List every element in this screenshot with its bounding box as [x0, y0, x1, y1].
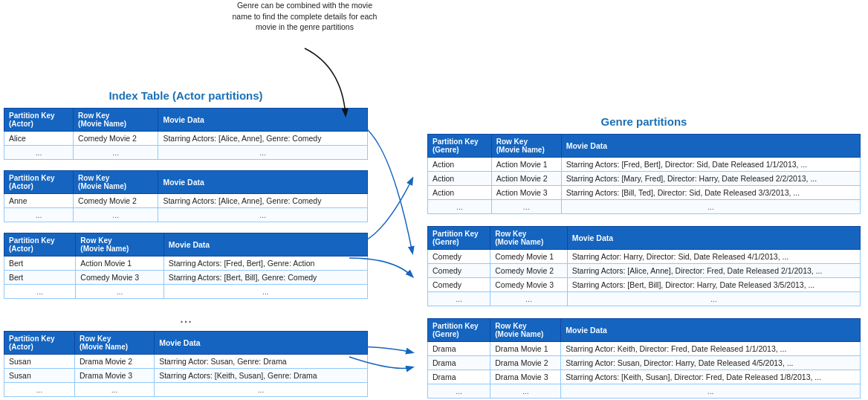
cell: ...: [75, 383, 155, 397]
cell: ...: [428, 384, 490, 399]
th-genre-3: Partition Key(Genre): [428, 319, 490, 342]
table-action: Partition Key(Genre) Row Key(Movie Name)…: [427, 134, 861, 214]
th-movie-1: Row Key(Movie Name): [74, 109, 158, 132]
cell: Drama: [428, 356, 490, 370]
cell: Starring Actor: Susan, Genre: Drama: [155, 355, 368, 369]
table-row: Bert Comedy Movie 3 Starring Actors: [Be…: [4, 271, 368, 285]
th-data-1: Movie Data: [158, 109, 368, 132]
right-section-title: Genre partitions: [427, 115, 861, 128]
cell: ...: [490, 384, 561, 399]
cell: Drama Movie 2: [490, 356, 561, 370]
table-row: Action Action Movie 2 Starring Actors: […: [428, 172, 861, 186]
cell: Starring Actors: [Fred, Bert], Director:…: [561, 158, 860, 172]
table-row: Susan Drama Movie 3 Starring Actors: [Ke…: [4, 369, 368, 383]
main-container: Genre can be combined with the movie nam…: [0, 0, 868, 400]
cell: Action Movie 1: [76, 257, 163, 271]
table-row-dots: ... ... ...: [428, 384, 861, 399]
cell: Drama: [428, 370, 490, 384]
cell: Bert: [4, 257, 76, 271]
cell: Anne: [4, 194, 74, 208]
cell: Drama Movie 3: [75, 369, 155, 383]
cell: Action Movie 1: [491, 158, 561, 172]
ellipsis-divider: ...: [4, 309, 368, 326]
cell: Starring Actors: [Alice, Anne], Genre: C…: [158, 194, 368, 208]
cell: ...: [561, 200, 860, 214]
left-section-title: Index Table (Actor partitions): [4, 89, 368, 102]
cell: ...: [4, 383, 75, 397]
th-rowkey-3: Row Key(Movie Name): [490, 319, 561, 342]
th-actor-1: Partition Key(Actor): [4, 109, 74, 132]
th-actor-2: Partition Key(Actor): [4, 171, 74, 194]
cell: Comedy Movie 3: [76, 271, 163, 285]
th-data-3: Movie Data: [163, 233, 367, 257]
cell: Action Movie 2: [491, 172, 561, 186]
cell: Comedy Movie 2: [74, 132, 158, 146]
th-moviedata-3: Movie Data: [561, 319, 861, 342]
cell: ...: [74, 208, 158, 222]
cell: ...: [567, 292, 860, 306]
cell: Starring Actor: Harry, Director: Sid, Da…: [567, 250, 860, 264]
th-data-2: Movie Data: [158, 171, 368, 194]
th-data-4: Movie Data: [155, 332, 368, 355]
cell: Drama Movie 1: [490, 342, 561, 356]
cell: Drama: [428, 342, 490, 356]
cell: ...: [561, 384, 861, 399]
cell: Comedy: [428, 264, 490, 278]
cell: ...: [4, 146, 74, 160]
th-actor-3: Partition Key(Actor): [4, 233, 76, 257]
table-row: Action Action Movie 1 Starring Actors: […: [428, 158, 861, 172]
table-row: Action Action Movie 3 Starring Actors: […: [428, 186, 861, 200]
cell: Starring Actor: Susan, Director: Harry, …: [561, 356, 861, 370]
cell: Starring Actors: [Keith, Susan], Directo…: [561, 370, 861, 384]
th-movie-3: Row Key(Movie Name): [76, 233, 163, 257]
table-row-dots: ... ... ...: [428, 292, 861, 306]
table-row: Drama Drama Movie 3 Starring Actors: [Ke…: [428, 370, 861, 384]
table-comedy: Partition Key(Genre) Row Key(Movie Name)…: [427, 226, 861, 306]
cell: Starring Actors: [Keith, Susan], Genre: …: [155, 369, 368, 383]
table-row-dots: ... ... ...: [4, 208, 368, 222]
cell: ...: [490, 292, 567, 306]
table-drama: Partition Key(Genre) Row Key(Movie Name)…: [427, 318, 861, 399]
cell: Comedy: [428, 250, 490, 264]
cell: Starring Actors: [Alice, Anne], Genre: C…: [158, 132, 368, 146]
cell: ...: [491, 200, 561, 214]
right-section: Genre partitions Partition Key(Genre) Ro…: [368, 7, 861, 400]
cell: ...: [163, 285, 367, 299]
cell: Action: [428, 158, 492, 172]
table-anne: Partition Key(Actor) Row Key(Movie Name)…: [4, 170, 368, 222]
cell: Starring Actors: [Bert, Bill], Genre: Co…: [163, 271, 367, 285]
cell: Susan: [4, 369, 75, 383]
table-row: Comedy Comedy Movie 3 Starring Actors: […: [428, 278, 861, 292]
callout-text: Genre can be combined with the movie nam…: [233, 1, 378, 31]
cell: ...: [4, 285, 76, 299]
cell: Comedy: [428, 278, 490, 292]
cell: ...: [76, 285, 163, 299]
cell: Action: [428, 172, 492, 186]
cell: Drama Movie 2: [75, 355, 155, 369]
cell: ...: [158, 146, 368, 160]
th-actor-4: Partition Key(Actor): [4, 332, 75, 355]
cell: Starring Actors: [Alice, Anne], Director…: [567, 264, 860, 278]
cell: ...: [4, 208, 74, 222]
cell: ...: [428, 200, 492, 214]
cell: ...: [155, 383, 368, 397]
table-row: Comedy Comedy Movie 2 Starring Actors: […: [428, 264, 861, 278]
cell: ...: [158, 208, 368, 222]
table-alice: Partition Key(Actor) Row Key(Movie Name)…: [4, 108, 368, 160]
left-section: Index Table (Actor partitions) Partition…: [4, 7, 368, 400]
table-row: Drama Drama Movie 1 Starring Actor: Keit…: [428, 342, 861, 356]
cell: Action Movie 3: [491, 186, 561, 200]
cell: Starring Actors: [Bill, Ted], Director: …: [561, 186, 860, 200]
th-genre-2: Partition Key(Genre): [428, 227, 490, 250]
table-row-dots: ... ... ...: [4, 285, 368, 299]
table-row-dots: ... ... ...: [4, 383, 368, 397]
cell: Drama Movie 3: [490, 370, 561, 384]
table-row: Alice Comedy Movie 2 Starring Actors: [A…: [4, 132, 368, 146]
cell: Starring Actor: Keith, Director: Fred, D…: [561, 342, 861, 356]
cell: Starring Actors: [Bert, Bill], Director:…: [567, 278, 860, 292]
cell: Starring Actors: [Mary, Fred], Director:…: [561, 172, 860, 186]
cell: Starring Actors: [Fred, Bert], Genre: Ac…: [163, 257, 367, 271]
th-moviedata-2: Movie Data: [567, 227, 860, 250]
table-bert: Partition Key(Actor) Row Key(Movie Name)…: [4, 233, 368, 299]
cell: Comedy Movie 2: [74, 194, 158, 208]
